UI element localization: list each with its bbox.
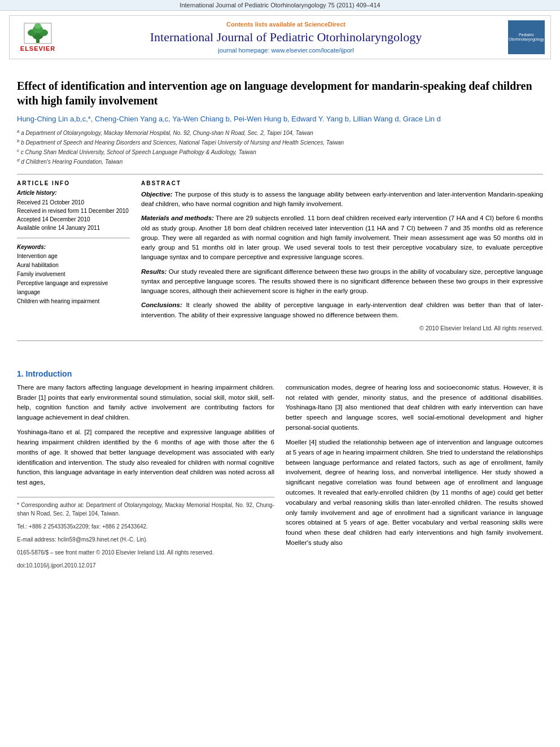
article-info-col: ARTICLE INFO Article history: Received 2… [17,180,130,331]
article-container: Effect of identification and interventio… [0,64,560,358]
body-col-right: communication modes, degree of hearing l… [286,383,543,575]
journal-thumbnail: Pediatric Otorhinolaryngology [508,20,545,54]
keyword-3: Family involvement [17,270,130,279]
footer-info: 0165-5876/$ – see front matter © 2010 El… [17,548,274,570]
affiliation-d: d d Children's Hearing Foundation, Taiwa… [17,157,543,167]
abstract-heading: ABSTRACT [141,180,543,186]
keyword-2: Aural habilitation [17,261,130,270]
results-text: Our study revealed there are significant… [141,268,543,295]
intro-body: There are many factors affecting languag… [17,383,543,575]
keyword-1: Intervention age [17,252,130,261]
footnote-star: * Corresponding author at: Department of… [17,501,274,518]
elsevier-tree-icon [24,23,52,44]
divider-3 [17,340,543,341]
keywords-block: Keywords: Intervention age Aural habilit… [17,244,130,306]
affiliation-b: b b Department of Speech and Hearing Dis… [17,138,543,147]
online-date: Available online 14 January 2011 [17,224,130,232]
conclusions-para: Conclusions: It clearly showed the abili… [141,300,543,320]
keyword-4: Perceptive language and expressive langu… [17,279,130,297]
sciencedirect-brand: ScienceDirect [304,21,345,28]
methods-label: Materials and methods: [141,215,214,221]
intro-para-1: There are many factors affecting languag… [17,383,274,423]
objective-para: Objective: The purpose of this study is … [141,190,543,209]
article-history-block: Article history: Received 21 October 201… [17,190,130,232]
journal-url: journal homepage: www.elsevier.com/locat… [69,47,502,54]
divider-2 [17,238,130,238]
keyword-5: Children with hearing impairment [17,297,130,306]
affiliations: a a Department of Otolaryngology, Mackay… [17,128,543,167]
keywords-label: Keywords: [17,244,130,250]
article-body-top: ARTICLE INFO Article history: Received 2… [17,180,543,331]
results-label: Results: [141,268,167,275]
copyright: © 2010 Elsevier Ireland Ltd. All rights … [141,325,543,331]
journal-citation: International Journal of Pediatric Otorh… [180,2,380,8]
divider [17,174,543,174]
affiliation-c: c c Chung Shan Medical University, Schoo… [17,147,543,157]
journal-url-link[interactable]: www.elsevier.com/locate/ijporl [272,47,354,54]
svg-point-5 [34,23,41,29]
objective-label: Objective: [141,191,173,198]
journal-header-center: Contents lists available at ScienceDirec… [69,21,502,54]
elsevier-logo: ELSEVIER [15,20,60,54]
footer-doi: doi:10.1016/j.ijporl.2010.12.017 [17,561,274,570]
intro-para-2: Yoshinaga-Itano et al. [2] compared the … [17,427,274,488]
article-info-heading: ARTICLE INFO [17,180,130,186]
journal-header: ELSEVIER Contents lists available at Sci… [9,15,551,59]
results-para: Results: Our study revealed there are si… [141,267,543,296]
sciencedirect-line: Contents lists available at ScienceDirec… [69,21,502,28]
footnote-email: E-mail address: hclin59@ms29.hinet.net (… [17,535,274,544]
footnote-tel: Tel.: +886 2 25433535x2209; fax: +886 2 … [17,522,274,531]
body-col-left: There are many factors affecting languag… [17,383,274,575]
revised-date: Received in revised form 11 December 201… [17,207,130,215]
footnote-area: * Corresponding author at: Department of… [17,497,274,544]
objective-text: The purpose of this study is to assess t… [141,191,543,207]
received-date: Received 21 October 2010 [17,198,130,207]
history-label: Article history: [17,190,130,196]
intro-heading: 1. Introduction [17,369,543,378]
elsevier-label: ELSEVIER [20,45,55,52]
methods-para: Materials and methods: There are 29 subj… [141,213,543,262]
top-bar: International Journal of Pediatric Otorh… [0,0,560,11]
accepted-date: Accepted 14 December 2010 [17,215,130,224]
body-section: 1. Introduction There are many factors a… [0,358,560,580]
intro-para-4: Moeller [4] studied the relationship bet… [286,438,543,548]
methods-text: There are 29 subjects enrolled. 11 born … [141,215,543,260]
intro-para-3: communication modes, degree of hearing l… [286,383,543,433]
abstract-col: ABSTRACT Objective: The purpose of this … [141,180,543,331]
affiliation-a: a a Department of Otolaryngology, Mackay… [17,128,543,138]
conclusions-text: It clearly showed the ability of percept… [141,302,543,318]
conclusions-label: Conclusions: [141,302,182,308]
article-title: Effect of identification and interventio… [17,78,543,108]
journal-title: International Journal of Pediatric Otorh… [69,30,502,45]
footer-issn: 0165-5876/$ – see front matter © 2010 El… [17,548,274,557]
authors: Hung-Ching Lin a,b,c,*, Cheng-Chien Yang… [17,113,543,125]
